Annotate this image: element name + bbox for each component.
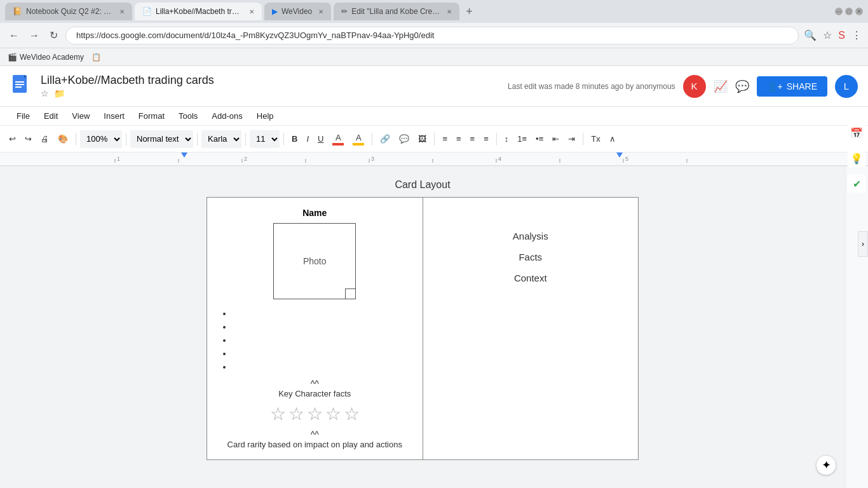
tab-macbeth[interactable]: 📄 Lilla+Kobe//Macbeth trading ca... ✕ bbox=[135, 3, 262, 20]
bullet-list-button[interactable]: •≡ bbox=[532, 132, 547, 146]
svg-rect-4 bbox=[15, 84, 24, 85]
address-input[interactable] bbox=[65, 27, 799, 44]
font-select[interactable]: Karla bbox=[201, 130, 241, 148]
star-5: ☆ bbox=[344, 403, 360, 424]
style-select[interactable]: Normal text bbox=[130, 130, 193, 148]
app-header: Lilla+Kobe//Macbeth trading cards ☆ 📁 La… bbox=[0, 66, 868, 107]
menu-format[interactable]: Format bbox=[132, 109, 171, 123]
bookmark-star-button[interactable]: ☆ bbox=[823, 29, 832, 41]
photo-box: Photo bbox=[273, 223, 356, 299]
comment-icon-button[interactable]: 💬 bbox=[735, 79, 749, 93]
trending-icon-button[interactable]: 📈 bbox=[714, 79, 728, 93]
align-center-button[interactable]: ≡ bbox=[452, 132, 465, 146]
folder-icon[interactable]: 📁 bbox=[54, 88, 65, 98]
tab-edit-kobe[interactable]: ✏ Edit "Lilla and Kobe Creative Pro... ✕ bbox=[334, 3, 459, 20]
svg-rect-3 bbox=[15, 81, 24, 83]
print-button[interactable]: 🖨 bbox=[37, 132, 53, 146]
star-4: ☆ bbox=[325, 403, 341, 424]
menu-view[interactable]: View bbox=[65, 109, 96, 123]
avatar-l[interactable]: L bbox=[835, 75, 858, 98]
svg-text:3: 3 bbox=[371, 156, 374, 162]
align-left-button[interactable]: ≡ bbox=[438, 132, 451, 146]
check-sidebar-icon[interactable]: ✔ bbox=[848, 175, 865, 193]
doc-title[interactable]: Lilla+Kobe//Macbeth trading cards bbox=[41, 74, 495, 87]
size-select[interactable]: 11 bbox=[250, 130, 280, 148]
facts-label: Facts bbox=[446, 252, 616, 262]
menu-bar: File Edit View Insert Format Tools Add-o… bbox=[0, 107, 868, 126]
clear-format-button[interactable]: Tx bbox=[587, 132, 604, 146]
bookmarks-bar: 🎬 WeVideo Academy 📋 bbox=[0, 48, 868, 66]
analysis-label: Analysis bbox=[446, 231, 616, 241]
sep9 bbox=[583, 133, 583, 146]
close-window-button[interactable]: ✕ bbox=[855, 8, 863, 15]
lightbulb-sidebar-icon[interactable]: 💡 bbox=[848, 149, 865, 167]
menu-addons[interactable]: Add-ons bbox=[205, 109, 248, 123]
sidebar-toggle-button[interactable]: › bbox=[858, 231, 868, 257]
bold-button[interactable]: B bbox=[288, 132, 301, 146]
caret-icon-2: ^^ bbox=[217, 430, 412, 440]
increase-indent-button[interactable]: ⇥ bbox=[564, 132, 579, 146]
card-right-cell: Analysis Facts Context bbox=[423, 198, 639, 460]
star-rating: ☆ ☆ ☆ ☆ ☆ bbox=[217, 403, 412, 424]
sep4 bbox=[245, 133, 246, 146]
zoom-select[interactable]: 100% bbox=[80, 130, 122, 148]
svg-text:4: 4 bbox=[498, 156, 501, 162]
avatar-k[interactable]: K bbox=[683, 75, 706, 98]
share-button[interactable]: 👤+ SHARE bbox=[757, 76, 827, 97]
align-right-button[interactable]: ≡ bbox=[466, 132, 479, 146]
paint-format-button[interactable]: 🎨 bbox=[54, 132, 72, 146]
line-spacing-button[interactable]: ↕ bbox=[501, 132, 513, 146]
forward-button[interactable]: → bbox=[27, 27, 42, 44]
maximize-button[interactable]: □ bbox=[845, 8, 853, 15]
formatting-toolbar: ↩ ↪ 🖨 🎨 100% Normal text Karla 11 B I U … bbox=[0, 126, 868, 152]
refresh-button[interactable]: ↻ bbox=[47, 27, 60, 44]
main-area: Card Layout Name Photo bbox=[0, 166, 868, 488]
expand-toolbar-button[interactable]: ∧ bbox=[606, 132, 620, 146]
star-icon[interactable]: ☆ bbox=[41, 88, 49, 98]
explore-button[interactable]: ✦ bbox=[816, 455, 836, 475]
bullet-item-1 bbox=[233, 307, 412, 320]
tab-close-4[interactable]: ✕ bbox=[447, 8, 452, 15]
tab-close-3[interactable]: ✕ bbox=[318, 8, 323, 15]
bookmark-wevideo-academy[interactable]: 🎬 WeVideo Academy bbox=[8, 53, 84, 62]
tab-close-1[interactable]: ✕ bbox=[119, 8, 125, 15]
tab-wevideo[interactable]: ▶ WeVideo ✕ bbox=[264, 3, 331, 20]
numbered-list-button[interactable]: 1≡ bbox=[513, 132, 531, 146]
sep2 bbox=[126, 133, 126, 146]
minimize-button[interactable]: — bbox=[835, 8, 843, 15]
new-tab-button[interactable]: + bbox=[462, 5, 477, 18]
image-button[interactable]: 🖼 bbox=[414, 132, 430, 146]
star-1: ☆ bbox=[270, 403, 286, 424]
sep8 bbox=[496, 133, 497, 146]
sep1 bbox=[76, 133, 76, 146]
menu-insert[interactable]: Insert bbox=[97, 109, 131, 123]
back-button[interactable]: ← bbox=[6, 27, 22, 44]
undo-button[interactable]: ↩ bbox=[5, 132, 20, 146]
underline-button[interactable]: U bbox=[314, 132, 327, 146]
sep3 bbox=[197, 133, 198, 146]
decrease-indent-button[interactable]: ⇤ bbox=[548, 132, 563, 146]
menu-tools[interactable]: Tools bbox=[172, 109, 204, 123]
tab-notebook-quiz[interactable]: 📔 Notebook Quiz Q2 #2: Bio-Chem... ✕ bbox=[5, 3, 132, 20]
highlight-button[interactable]: A bbox=[349, 130, 368, 148]
link-button[interactable]: 🔗 bbox=[376, 132, 394, 146]
svg-marker-22 bbox=[616, 152, 623, 158]
menu-help[interactable]: Help bbox=[250, 109, 280, 123]
docs-logo bbox=[10, 74, 33, 98]
zoom-button[interactable]: 🔍 bbox=[804, 29, 817, 41]
tab-close-2[interactable]: ✕ bbox=[249, 8, 254, 15]
calendar-sidebar-icon[interactable]: 📅 bbox=[848, 124, 865, 142]
menu-file[interactable]: File bbox=[10, 109, 36, 123]
italic-button[interactable]: I bbox=[302, 132, 313, 146]
svg-text:1: 1 bbox=[117, 156, 120, 162]
extensions-button[interactable]: ⋮ bbox=[851, 29, 862, 41]
caret-icon-1: ^^ bbox=[217, 379, 412, 389]
bookmark-docs[interactable]: 📋 bbox=[92, 53, 101, 62]
profile-button[interactable]: S bbox=[838, 30, 845, 41]
redo-button[interactable]: ↪ bbox=[21, 132, 36, 146]
comment-button[interactable]: 💬 bbox=[395, 132, 413, 146]
menu-edit[interactable]: Edit bbox=[37, 109, 64, 123]
justify-button[interactable]: ≡ bbox=[480, 132, 492, 146]
font-color-button[interactable]: A bbox=[329, 130, 348, 148]
bullet-item-2 bbox=[233, 320, 412, 334]
